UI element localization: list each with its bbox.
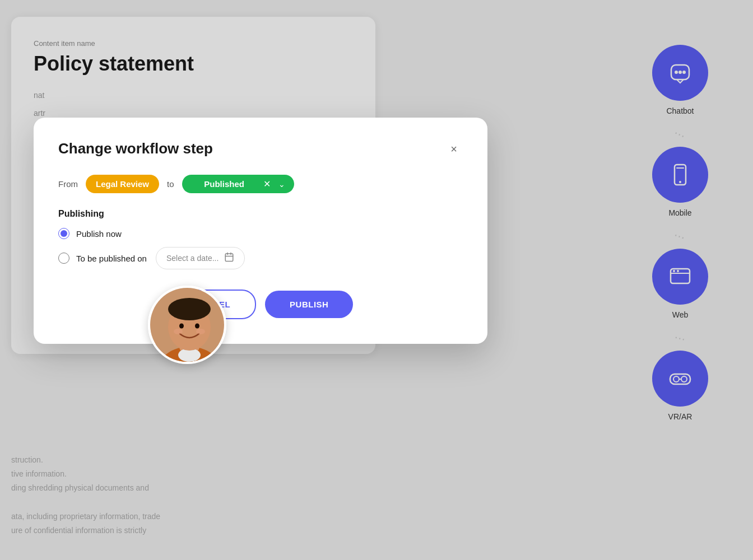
date-select-button[interactable]: Select a date... (156, 247, 245, 269)
svg-point-13 (196, 329, 205, 334)
publishing-label: Publishing (58, 209, 463, 219)
publish-on-radio[interactable] (58, 253, 69, 264)
svg-point-12 (174, 329, 183, 334)
published-badge-text: Published (191, 179, 258, 189)
workflow-row: From Legal Review to Published ✕ ⌄ (58, 175, 463, 193)
user-avatar (148, 286, 226, 364)
publishing-options: Publish now To be published on Select a … (58, 228, 463, 269)
published-select[interactable]: Published ✕ ⌄ (182, 175, 294, 193)
publish-now-label[interactable]: Publish now (76, 229, 122, 239)
svg-point-10 (179, 324, 184, 329)
svg-point-9 (168, 298, 211, 320)
from-label: From (58, 179, 78, 189)
modal-actions: CANCEL PUBLISH (58, 290, 463, 319)
legal-review-badge: Legal Review (86, 175, 159, 193)
to-label: to (167, 179, 174, 189)
change-workflow-modal: Change workflow step × From Legal Review… (34, 118, 487, 344)
publish-button[interactable]: PUBLISH (265, 291, 353, 318)
modal-header: Change workflow step × (58, 140, 463, 158)
chevron-down-icon: ⌄ (278, 180, 285, 189)
svg-point-11 (195, 324, 199, 329)
calendar-icon (224, 252, 234, 264)
modal-title: Change workflow step (58, 140, 213, 157)
svg-rect-0 (226, 254, 234, 262)
date-placeholder: Select a date... (166, 254, 219, 263)
publish-on-label[interactable]: To be published on (76, 254, 147, 263)
close-button[interactable]: × (445, 140, 463, 158)
publish-now-option[interactable]: Publish now (58, 228, 463, 239)
clear-published-icon[interactable]: ✕ (263, 180, 271, 189)
publish-on-option[interactable]: To be published on Select a date... (58, 247, 463, 269)
publish-now-radio[interactable] (58, 228, 69, 239)
